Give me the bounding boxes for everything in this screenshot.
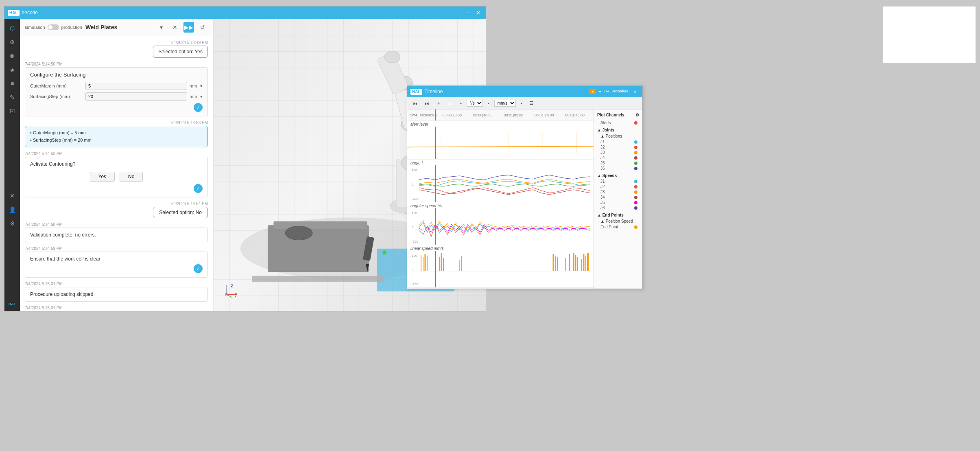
svg-text:x: x [225,291,228,297]
positions-label[interactable]: ▲ Positions [594,133,642,139]
alert-playhead [435,127,436,159]
clear-button[interactable]: ✕ [170,22,180,33]
icon-sidebar: ⬡ ⊕ ⊗ ◈ ≡ ✎ ☑ ✕ 👤 ⚙ HAL [4,19,20,311]
no-button[interactable]: No [120,172,143,182]
contouring-check-icon[interactable]: ✓ [194,184,203,193]
sidebar-icon-5[interactable]: ≡ [6,77,18,90]
angle-section: angle ° 100 0 -100 [407,160,594,202]
joints-label[interactable]: ▲ Joints [594,127,642,133]
confirm-check-icon[interactable]: ✓ [194,103,203,112]
speeds-label[interactable]: ▲ Speeds [594,173,642,179]
sj5-label: J5 [600,200,605,205]
timeline-title: Timeline [425,89,587,94]
svg-point-5 [382,251,386,255]
contouring-block: Activate Contouring? Yes No ✓ [25,157,208,197]
time-row: time hh:mm:s.s 00:00|20.00 00:00|40.00 0… [407,109,594,121]
tl-speed-select-1[interactable]: °/s [467,100,483,107]
close-button[interactable]: × [474,9,482,17]
sidebar-icon-4[interactable]: ◈ [6,63,18,76]
sidebar-icon-6[interactable]: ✎ [6,91,18,103]
ensure-confirm-row: ✓ [30,264,203,273]
sidebar-icon-settings[interactable]: ⚙ [6,217,18,230]
alerts-label: Alerts [600,120,611,125]
svg-text:y: y [235,291,238,297]
configure-block-wrapper: 7/4/2024 5:14:50 PM Configure the Surfac… [25,62,208,116]
yes-button[interactable]: Yes [90,172,115,182]
sidebar-icon-9[interactable]: 👤 [6,204,18,216]
surfacing-step-dropdown[interactable]: ▾ [200,94,203,99]
timeline-plots: time hh:mm:s.s 00:00|20.00 00:00|40.00 0… [407,109,594,289]
position-speed-label[interactable]: ▲ Position Speed [594,218,642,224]
selected-no-pill: Selected option: No [153,207,208,218]
validation-wrapper: 7/4/2024 5:14:58 PM Validation complete:… [25,222,208,242]
linear-speed-playhead [435,251,436,287]
minimize-button[interactable]: − [464,9,472,17]
play-button[interactable]: ▶▶ [183,22,194,33]
time-label: time [410,113,417,117]
linear-speed-label: linear speed mm/s [407,245,594,251]
ensure-block: Ensure that the work cell is clear ✓ [25,252,208,278]
endpoints-label[interactable]: ▲ End Points [594,212,642,218]
tl-btn-plus[interactable]: ＋ [434,99,443,107]
tl-btn-rewind[interactable]: ⏮ [410,100,420,107]
sj1-label: J1 [600,179,605,184]
outer-margin-dropdown[interactable]: ▾ [200,83,203,89]
title-bar: HAL decode − × [4,7,486,19]
skip-block: Procedure uploading skipped. [25,287,208,302]
angle-label: angle ° [407,160,594,165]
plot-channels-label: Plot Channels [597,113,624,117]
svg-text:100: 100 [412,211,417,215]
tick-1: 00:00|20.00 [443,113,462,117]
procedure-body: 7/4/2024 5:14:49 PM Selected option: Yes… [20,36,213,311]
dropdown-button[interactable]: ▾ [156,22,166,33]
mode-switch[interactable] [48,24,59,30]
j4-label: J4 [600,155,605,160]
sj4-dot [634,196,637,199]
linear-speed-canvas: 100 0 -100 [407,251,594,287]
sidebar-icon-3[interactable]: ⊗ [6,50,18,62]
mode-toggle[interactable]: simulation production [25,24,82,30]
surfacing-step-label: SurfacingStep (mm) [30,94,83,99]
sidebar-icon-7[interactable]: ☑ [6,105,18,117]
ensure-check-icon[interactable]: ✓ [194,264,203,273]
tl-speed-select-2[interactable]: mm/s [494,100,516,107]
svg-text:0: 0 [412,226,414,229]
timeline-title-bar: HAL Timeline ● ● HALProcedure × [407,86,642,97]
j4-item: J4 [594,155,642,160]
sidebar-icon-2[interactable]: ⊕ [6,36,18,48]
reset-button[interactable]: ↺ [197,22,208,33]
surfacing-step-input[interactable] [85,92,187,101]
summary-wrapper: 7/4/2024 5:14:53 PM • OuterMargin (mm) =… [25,120,208,147]
sj1-item: J1 [594,179,642,184]
svg-text:-100: -100 [412,240,419,243]
sj3-item: J3 [594,189,642,195]
endpoint-dot [634,226,637,229]
svg-text:-100: -100 [412,282,419,286]
outer-margin-input[interactable] [85,82,187,90]
contouring-confirm-row: ✓ [30,184,203,193]
svg-point-15 [384,51,400,63]
tl-separator-3: • [518,100,525,107]
ts-3: 7/4/2024 5:14:53 PM [25,120,208,125]
selected-yes-bubble: Selected option: Yes [153,46,208,58]
sidebar-icon-8[interactable]: ✕ [6,190,18,202]
plot-channels-settings[interactable]: ⚙ [635,113,639,117]
timeline-close-button[interactable]: × [631,88,639,96]
j5-dot [634,162,637,165]
config-title: Configure the Surfacing [30,72,203,78]
skip-text: Procedure uploading skipped. [30,291,203,297]
sidebar-icon-1[interactable]: ⬡ [6,22,18,34]
ts-8: 7/4/2024 5:15:01 PM [25,282,208,286]
svg-text:0: 0 [412,268,414,272]
tick-3: 00:01|02.00 [504,113,523,117]
timestamp-1: 7/4/2024 5:14:49 PM Selected option: Yes [25,40,208,58]
tl-btn-dash[interactable]: — [446,100,455,107]
tl-menu-icon[interactable]: ☰ [527,100,536,107]
joints-group: ▲ Joints ▲ Positions J1 J2 J3 J4 [594,126,642,172]
j2-dot [634,146,637,149]
tl-btn-prev[interactable]: ⏭ [422,100,432,107]
plot-channels-header: Plot Channels ⚙ [594,111,642,119]
surfacing-step-unit: mm [190,94,198,99]
app-logo: HAL [8,10,20,16]
selected-no-wrapper: 7/4/2024 5:14:54 PM Selected option: No [25,201,208,218]
